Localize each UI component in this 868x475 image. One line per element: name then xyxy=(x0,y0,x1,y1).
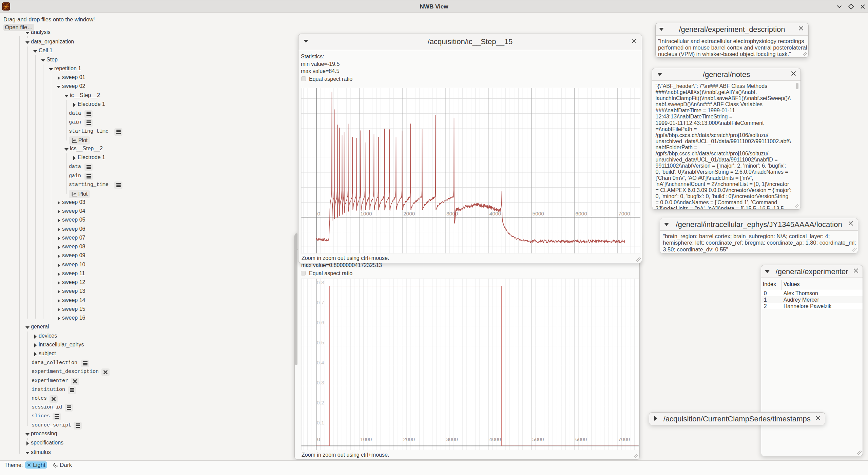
svg-text:0.6: 0.6 xyxy=(317,320,324,325)
svg-text:0.8: 0.8 xyxy=(317,280,324,285)
svg-text:7000: 7000 xyxy=(618,211,630,216)
svg-text:0.1: 0.1 xyxy=(317,419,324,425)
svg-text:4000: 4000 xyxy=(489,211,501,216)
svg-text:2000: 2000 xyxy=(403,211,415,216)
svg-text:3000: 3000 xyxy=(446,436,458,442)
svg-text:0: 0 xyxy=(317,211,320,216)
svg-text:0.5: 0.5 xyxy=(317,340,324,345)
svg-text:6000: 6000 xyxy=(575,211,587,216)
svg-text:7000: 7000 xyxy=(618,436,630,442)
svg-text:1000: 1000 xyxy=(360,211,372,216)
svg-text:0.4: 0.4 xyxy=(317,360,324,365)
svg-text:4000: 4000 xyxy=(489,436,501,442)
svg-text:0: 0 xyxy=(317,436,320,442)
svg-text:5000: 5000 xyxy=(532,436,544,442)
svg-text:6000: 6000 xyxy=(575,436,587,442)
svg-text:0.2: 0.2 xyxy=(317,399,324,405)
svg-text:2000: 2000 xyxy=(403,436,414,442)
svg-text:0.7: 0.7 xyxy=(317,300,324,305)
svg-text:1000: 1000 xyxy=(360,436,372,442)
svg-text:3000: 3000 xyxy=(446,211,458,216)
svg-text:5000: 5000 xyxy=(532,211,544,216)
svg-text:0.3: 0.3 xyxy=(317,380,324,385)
